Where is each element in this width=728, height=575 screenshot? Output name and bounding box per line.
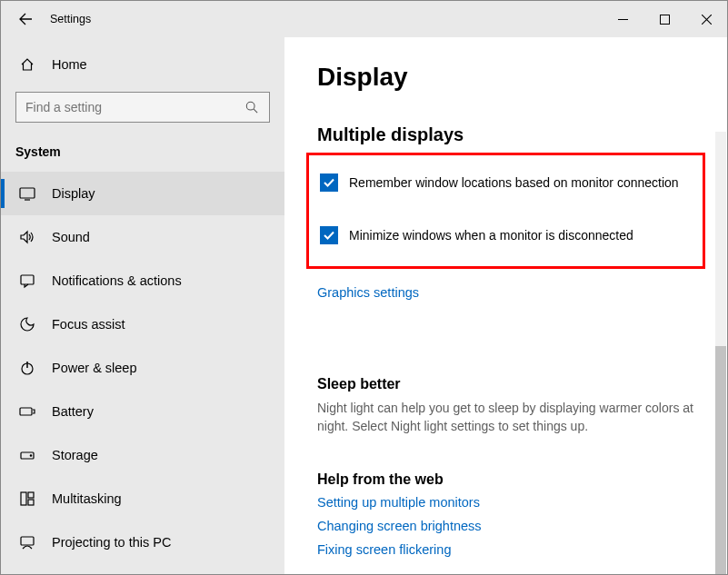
minimize-button[interactable]: [602, 1, 643, 37]
search-input[interactable]: [25, 100, 244, 114]
window-title: Settings: [50, 13, 91, 25]
sidebar-item-label: Display: [52, 186, 95, 201]
power-icon: [19, 360, 35, 376]
sidebar-item-sound[interactable]: Sound: [1, 215, 284, 259]
scrollbar-thumb[interactable]: [715, 346, 726, 574]
graphics-settings-link[interactable]: Graphics settings: [317, 285, 705, 300]
sidebar-item-battery[interactable]: Battery: [1, 390, 284, 433]
notifications-icon: [19, 273, 35, 289]
maximize-button[interactable]: [643, 1, 685, 37]
sidebar-item-power-sleep[interactable]: Power & sleep: [1, 346, 284, 390]
sidebar-item-label: Storage: [52, 448, 98, 462]
svg-rect-9: [28, 492, 34, 498]
sidebar-item-label: Projecting to this PC: [52, 535, 171, 550]
battery-icon: [19, 403, 35, 420]
highlight-box: Remember window locations based on monit…: [306, 153, 705, 269]
sidebar-item-label: Sound: [52, 230, 90, 244]
help-link-multiple-monitors[interactable]: Setting up multiple monitors: [317, 495, 705, 510]
sidebar-item-label: Focus assist: [52, 317, 125, 332]
sleep-better-heading: Sleep better: [317, 376, 705, 392]
help-link-brightness[interactable]: Changing screen brightness: [317, 519, 705, 533]
main: Display Multiple displays Remember windo…: [284, 37, 727, 574]
checkbox-checked-icon: [320, 173, 338, 192]
sidebar: Home System Display Sound Notifica: [1, 37, 284, 574]
storage-icon: [19, 447, 35, 463]
sidebar-home[interactable]: Home: [1, 45, 284, 84]
help-heading: Help from the web: [317, 471, 705, 488]
sidebar-item-focus-assist[interactable]: Focus assist: [1, 302, 284, 346]
svg-rect-0: [660, 15, 669, 24]
sidebar-item-label: Power & sleep: [52, 361, 137, 375]
sound-icon: [19, 229, 35, 245]
svg-rect-11: [21, 537, 34, 545]
window-controls: [602, 1, 727, 37]
checkbox-checked-icon: [320, 226, 338, 244]
home-icon: [19, 56, 35, 73]
checkbox-label: Remember window locations based on monit…: [349, 175, 679, 190]
svg-rect-2: [20, 188, 35, 198]
svg-point-7: [30, 455, 31, 456]
back-icon[interactable]: [17, 11, 34, 27]
search-box[interactable]: [15, 92, 270, 123]
close-button[interactable]: [685, 1, 727, 37]
sleep-better-desc: Night light can help you get to sleep by…: [317, 400, 699, 435]
svg-rect-10: [28, 500, 34, 505]
multitasking-icon: [19, 491, 35, 507]
sidebar-home-label: Home: [52, 57, 87, 72]
multiple-displays-heading: Multiple displays: [317, 124, 705, 145]
sidebar-item-projecting[interactable]: Projecting to this PC: [1, 520, 284, 564]
checkbox-remember-locations[interactable]: Remember window locations based on monit…: [318, 164, 693, 201]
svg-rect-8: [21, 492, 26, 505]
sidebar-item-storage[interactable]: Storage: [1, 433, 284, 477]
sidebar-item-label: Battery: [52, 404, 94, 419]
titlebar: Settings: [1, 1, 727, 37]
checkbox-minimize-disconnected[interactable]: Minimize windows when a monitor is disco…: [318, 217, 693, 253]
svg-rect-3: [21, 275, 34, 284]
checkbox-label: Minimize windows when a monitor is disco…: [349, 228, 633, 243]
sidebar-item-multitasking[interactable]: Multitasking: [1, 477, 284, 520]
sidebar-item-notifications[interactable]: Notifications & actions: [1, 259, 284, 302]
projecting-icon: [19, 534, 35, 550]
sidebar-item-display[interactable]: Display: [1, 172, 284, 215]
sidebar-item-label: Multitasking: [52, 491, 122, 506]
help-link-flickering[interactable]: Fixing screen flickering: [317, 542, 705, 557]
search-icon: [244, 99, 260, 115]
focus-assist-icon: [19, 316, 35, 332]
svg-point-1: [246, 102, 254, 110]
sidebar-item-label: Notifications & actions: [52, 273, 182, 288]
svg-rect-5: [20, 408, 32, 415]
display-icon: [19, 185, 35, 202]
page-title: Display: [317, 63, 705, 92]
sidebar-category: System: [1, 137, 284, 172]
scrollbar[interactable]: [715, 132, 726, 574]
